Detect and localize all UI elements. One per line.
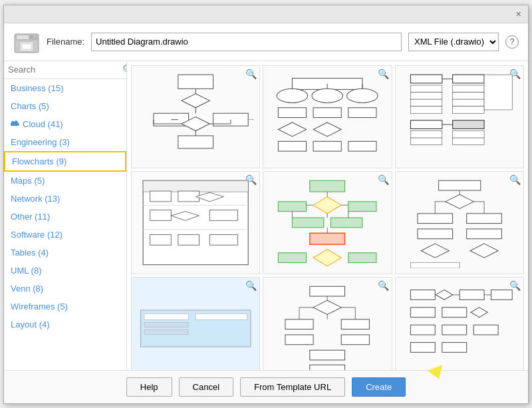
svg-rect-47 [410, 120, 442, 128]
svg-rect-110 [342, 334, 370, 344]
search-input[interactable] [8, 65, 120, 75]
svg-rect-68 [209, 234, 237, 245]
svg-rect-42 [452, 75, 483, 83]
svg-rect-121 [460, 290, 484, 300]
svg-rect-112 [310, 365, 345, 370]
svg-rect-40 [410, 99, 442, 106]
template-thumb-8[interactable]: 🔍 [263, 277, 392, 370]
help-button[interactable]: Help [126, 377, 172, 397]
search-icon[interactable]: 🔍 [122, 64, 127, 76]
sidebar-item-cloud[interactable]: Cloud (41) [4, 115, 126, 133]
category-label: Charts (5) [11, 101, 49, 111]
category-label: Other (11) [11, 212, 50, 222]
svg-rect-49 [410, 138, 442, 145]
sidebar-item-flowcharts[interactable]: Flowcharts (9) [4, 151, 126, 172]
template-thumb-4[interactable]: 🔍 [131, 171, 260, 274]
zoom-icon-6[interactable]: 🔍 [509, 174, 521, 185]
template-thumb-1[interactable]: 🔍 [131, 65, 260, 168]
svg-rect-75 [310, 233, 345, 244]
svg-rect-111 [310, 350, 345, 360]
zoom-icon-5[interactable]: 🔍 [378, 174, 389, 185]
svg-rect-102 [144, 322, 188, 327]
svg-rect-37 [410, 75, 442, 83]
sidebar-item-other[interactable]: Other (11) [4, 208, 126, 226]
filename-label: Filename: [47, 37, 84, 47]
template-thumb-3[interactable]: 🔍 [395, 65, 524, 168]
svg-marker-106 [313, 300, 341, 314]
help-icon-circle[interactable]: ? [505, 35, 519, 49]
category-list: Business (15)Charts (5)Cloud (41)Enginee… [4, 79, 126, 370]
category-label: Business (15) [11, 83, 63, 93]
zoom-icon-3[interactable]: 🔍 [509, 69, 521, 79]
svg-rect-101 [144, 313, 188, 319]
template-thumb-6[interactable]: 🔍 [395, 171, 524, 274]
filename-input[interactable] [91, 33, 402, 51]
from-template-url-button[interactable]: From Template URL [240, 377, 345, 397]
svg-rect-126 [410, 325, 435, 335]
templates-area: 🔍 [127, 61, 528, 370]
template-thumb-2[interactable]: 🔍 [263, 65, 392, 168]
svg-rect-90 [418, 228, 453, 238]
category-label: Venn (8) [11, 284, 43, 294]
footer-row: Help Cancel From Template URL Create [4, 370, 528, 403]
sidebar-item-layout[interactable]: Layout (4) [4, 315, 126, 333]
svg-rect-124 [442, 307, 466, 317]
dialog: × Filename: XML File (.drawio) PNG File … [3, 5, 529, 404]
svg-rect-50 [452, 120, 483, 128]
zoom-icon-9[interactable]: 🔍 [509, 280, 521, 291]
main-content: 🔍 Business (15)Charts (5)Cloud (41)Engin… [4, 61, 528, 370]
sidebar-item-charts[interactable]: Charts (5) [4, 97, 126, 115]
filetype-select[interactable]: XML File (.drawio) PNG File (.png) SVG F… [408, 33, 499, 51]
svg-rect-130 [442, 342, 466, 352]
svg-rect-27 [348, 107, 376, 117]
template-thumb-7[interactable]: 🔍 [131, 277, 260, 370]
cancel-button[interactable]: Cancel [179, 377, 233, 397]
svg-rect-5 [30, 36, 33, 39]
svg-rect-127 [442, 325, 466, 335]
svg-rect-88 [418, 213, 453, 223]
sidebar-item-wireframes[interactable]: Wireframes (5) [4, 298, 126, 315]
sidebar-item-network[interactable]: Network (13) [4, 190, 126, 208]
svg-rect-52 [452, 138, 483, 145]
svg-marker-87 [446, 194, 473, 208]
svg-rect-25 [279, 107, 307, 117]
svg-marker-93 [470, 244, 498, 258]
svg-rect-94 [410, 262, 460, 268]
category-label: UML (8) [11, 266, 41, 276]
svg-marker-92 [421, 244, 449, 258]
svg-marker-76 [313, 249, 341, 266]
zoom-icon-4[interactable]: 🔍 [245, 174, 257, 185]
svg-rect-48 [410, 130, 442, 138]
svg-rect-89 [466, 213, 501, 223]
svg-rect-72 [348, 201, 376, 211]
svg-rect-39 [410, 92, 442, 99]
zoom-icon-1[interactable]: 🔍 [245, 69, 257, 79]
category-label: Layout (4) [11, 319, 50, 329]
svg-rect-71 [279, 201, 307, 211]
svg-marker-7 [182, 93, 209, 107]
template-thumb-5[interactable]: 🔍 [263, 171, 392, 274]
zoom-icon-2[interactable]: 🔍 [378, 69, 389, 79]
svg-rect-60 [150, 191, 172, 202]
zoom-icon-8[interactable]: 🔍 [378, 280, 389, 291]
svg-marker-120 [436, 290, 452, 300]
category-label: Software (12) [11, 230, 63, 240]
svg-rect-103 [144, 329, 188, 334]
svg-marker-125 [471, 307, 487, 317]
sidebar-item-engineering[interactable]: Engineering (3) [4, 133, 126, 151]
svg-marker-29 [313, 122, 341, 136]
create-button[interactable]: Create [352, 377, 406, 397]
svg-rect-66 [150, 234, 172, 245]
svg-marker-70 [313, 196, 341, 213]
sidebar-item-maps[interactable]: Maps (5) [4, 172, 126, 190]
sidebar-item-software[interactable]: Software (12) [4, 226, 126, 244]
sidebar-item-uml[interactable]: UML (8) [4, 262, 126, 280]
sidebar-item-venn[interactable]: Venn (8) [4, 280, 126, 298]
sidebar-item-tables[interactable]: Tables (4) [4, 244, 126, 262]
template-thumb-9[interactable]: 🔍 [395, 277, 524, 370]
close-button[interactable]: × [513, 8, 524, 20]
zoom-icon-7[interactable]: 🔍 [245, 280, 257, 291]
header-row: Filename: XML File (.drawio) PNG File (.… [4, 23, 528, 61]
svg-rect-122 [491, 290, 512, 300]
sidebar-item-business[interactable]: Business (15) [4, 79, 126, 97]
